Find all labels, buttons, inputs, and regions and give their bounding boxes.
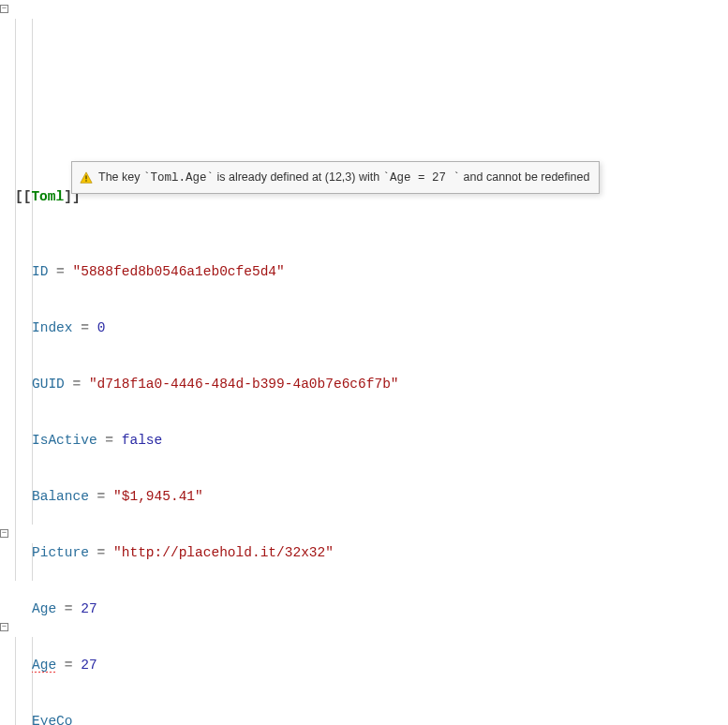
kv-index: Index = 0 xyxy=(15,318,594,337)
kv-guid: GUID = "d718f1a0-4446-484d-b399-4a0b7e6c… xyxy=(15,375,594,393)
kv-picture: Picture = "http://placehold.it/32x32" xyxy=(15,543,594,562)
fold-gutter: − − − xyxy=(0,0,11,725)
warning-icon xyxy=(80,171,93,185)
kv-balance: Balance = "$1,945.41" xyxy=(15,487,594,506)
tooltip-text: The key `Toml.Age` is already defined at… xyxy=(98,168,589,187)
code-area[interactable]: [[Toml]] ID = "5888fed8b0546a1eb0cfe5d4"… xyxy=(11,0,594,725)
kv-eyecolor-partial: EyeCo xyxy=(15,712,594,725)
svg-rect-0 xyxy=(85,175,86,179)
error-tooltip: The key `Toml.Age` is already defined at… xyxy=(71,161,600,194)
fold-toggle[interactable]: − xyxy=(0,529,8,538)
code-editor[interactable]: − − − [[Toml]] ID = "5888fed8b0546a1eb0c… xyxy=(0,0,728,725)
kv-isactive: IsActive = false xyxy=(15,431,594,450)
kv-id: ID = "5888fed8b0546a1eb0cfe5d4" xyxy=(15,262,594,281)
svg-rect-1 xyxy=(85,180,86,181)
fold-toggle[interactable]: − xyxy=(0,623,8,631)
fold-toggle[interactable]: − xyxy=(0,5,8,13)
kv-age-duplicate: Age = 27 xyxy=(15,656,594,674)
kv-age: Age = 27 xyxy=(15,599,594,618)
